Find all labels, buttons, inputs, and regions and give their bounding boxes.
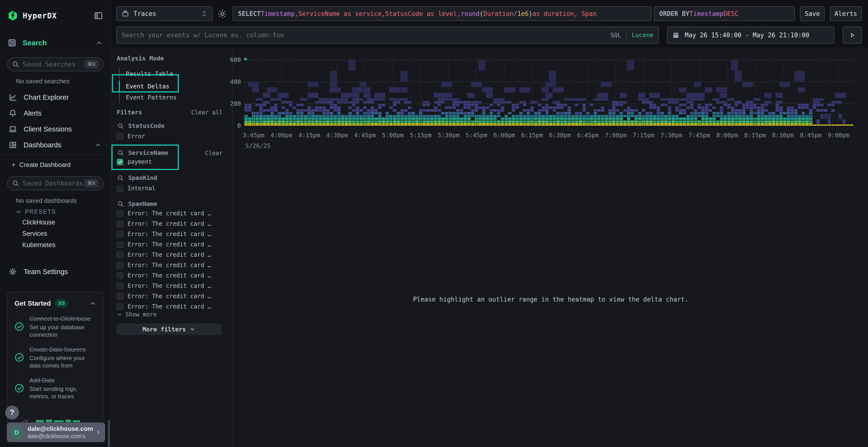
sidebar: HyperDX Search ⌘K No saved searches Char… — [0, 0, 111, 447]
filter-option-spanname[interactable]: Error: The credit card … — [117, 220, 211, 227]
checkbox-checked[interactable] — [117, 159, 123, 165]
checkbox[interactable] — [117, 133, 123, 140]
filter-group-statuscode[interactable]: StatusCode — [117, 122, 165, 129]
sidebar-item-label: Client Sessions — [24, 125, 72, 133]
sidebar-item-label: Search — [23, 39, 47, 47]
filter-option-internal[interactable]: Internal — [117, 185, 156, 192]
preset-services[interactable]: Services — [22, 230, 47, 238]
checkbox[interactable] — [117, 304, 123, 310]
filter-option-spanname[interactable]: Error: The credit card … — [117, 251, 211, 258]
saved-searches-field[interactable] — [23, 61, 84, 68]
x-tick-label: 7:30pm — [661, 132, 682, 139]
chevron-up-icon[interactable] — [89, 300, 96, 307]
dashboards-icon — [9, 141, 17, 149]
x-tick-label: 5:30pm — [438, 132, 459, 139]
play-icon — [849, 32, 856, 38]
laptop-icon — [9, 125, 17, 133]
date-range-picker[interactable]: May 26 15:40:00 - May 26 21:10:00 — [667, 27, 834, 44]
sidebar-item-alerts[interactable]: Alerts — [0, 105, 111, 121]
heatmap-canvas[interactable] — [244, 58, 857, 126]
hyperdx-logo-icon — [7, 10, 18, 21]
x-tick-label: 4:30pm — [326, 132, 348, 139]
x-tick-label: 3:45pm — [243, 132, 264, 139]
mode-event-deltas[interactable]: Event Deltas — [126, 83, 169, 90]
preset-kubernetes[interactable]: Kubernetes — [22, 241, 56, 249]
filter-option-spanname[interactable]: Error: The credit card … — [117, 303, 211, 310]
saved-dashboards-field[interactable] — [23, 180, 84, 187]
no-saved-dashboards-text: No saved dashboards — [16, 197, 77, 204]
source-select[interactable]: Traces — [116, 6, 213, 21]
checkbox[interactable] — [117, 272, 123, 279]
analysis-mode-label: Analysis Mode — [117, 55, 164, 62]
save-button[interactable]: Save — [800, 6, 825, 21]
event-search-input[interactable] — [122, 32, 610, 39]
filter-option-spanname[interactable]: Error: The credit card … — [117, 241, 211, 248]
sidebar-item-dashboards[interactable]: Dashboards — [0, 137, 111, 153]
checklist-item[interactable]: Create Data Sources Configure where your… — [14, 346, 96, 369]
clear-all-button[interactable]: Clear all — [191, 109, 222, 116]
sidebar-item-team-settings[interactable]: Team Settings — [0, 264, 111, 279]
mode-event-patterns[interactable]: Event Patterns — [126, 94, 177, 101]
sidebar-item-label: Alerts — [24, 109, 41, 117]
checkbox[interactable] — [117, 262, 123, 269]
checkbox[interactable] — [117, 220, 123, 227]
user-menu[interactable]: D dale@clickhouse.com dale@clickhouse.co… — [7, 422, 105, 442]
clear-servicename-button[interactable]: Clear — [205, 150, 222, 157]
collapse-sidebar-icon[interactable] — [94, 11, 103, 21]
y-tick-label: 200 — [224, 100, 241, 107]
search-icon — [12, 61, 19, 68]
checkbox[interactable] — [117, 293, 123, 300]
filter-option-spanname[interactable]: Error: The credit card … — [117, 282, 211, 289]
x-tick-label: 8:00pm — [716, 132, 738, 139]
filter-option-spanname[interactable]: Error: The credit card … — [117, 293, 211, 300]
checklist-item[interactable]: Connect to ClickHouse Set up your databa… — [14, 315, 96, 338]
filter-option-spanname[interactable]: Error: The credit card … — [117, 272, 211, 279]
filter-option-spanname[interactable]: Error: The credit card … — [117, 210, 211, 217]
create-dashboard-button[interactable]: + Create Dashboard — [11, 161, 71, 169]
checkbox[interactable] — [117, 252, 123, 258]
filter-option-payment[interactable]: payment — [117, 159, 152, 165]
sql-mode-toggle[interactable]: SQL — [610, 32, 621, 38]
query-settings-gear-icon[interactable] — [217, 9, 227, 19]
saved-dashboards-input[interactable]: ⌘K — [7, 176, 104, 190]
chevron-up-icon[interactable] — [94, 141, 102, 148]
preset-clickhouse[interactable]: ClickHouse — [22, 219, 55, 226]
chevron-up-icon[interactable] — [95, 39, 103, 46]
x-tick-label: 6:45pm — [577, 132, 599, 139]
help-button[interactable]: ? — [5, 406, 19, 419]
lucene-mode-toggle[interactable]: Lucene — [632, 32, 653, 38]
sidebar-scrollbar[interactable] — [108, 420, 110, 447]
checkbox[interactable] — [117, 185, 123, 192]
x-tick-label: 7:45pm — [688, 132, 710, 139]
saved-searches-input[interactable]: ⌘K — [7, 57, 104, 71]
alerts-button[interactable]: Alerts — [830, 6, 862, 21]
checklist-item[interactable]: Add Data Start sending logs, metrics, or… — [14, 376, 96, 400]
filter-group-spanname[interactable]: SpanName — [117, 200, 157, 207]
chevron-right-icon — [95, 429, 102, 436]
chevron-down-icon — [189, 326, 195, 332]
presets-toggle[interactable]: PRESETS — [16, 209, 56, 215]
sidebar-item-client-sessions[interactable]: Client Sessions — [0, 122, 111, 137]
sidebar-item-search[interactable]: Search — [0, 36, 111, 50]
checkbox[interactable] — [117, 210, 123, 217]
sidebar-item-chart-explorer[interactable]: Chart Explorer — [0, 90, 111, 105]
more-filters-button[interactable]: More filters — [117, 323, 221, 335]
show-more-link[interactable]: Show more — [117, 311, 157, 318]
mode-results-table[interactable]: Results Table — [126, 70, 173, 77]
order-by-editor[interactable]: ORDER BY Timestamp DESC — [654, 6, 795, 21]
filter-option-spanname[interactable]: Error: The credit card … — [117, 262, 211, 269]
event-search-bar[interactable]: SQL | Lucene — [116, 27, 659, 44]
live-tail-button[interactable] — [843, 27, 862, 44]
sql-token: , — [294, 10, 299, 18]
filter-option-error[interactable]: Error — [117, 133, 145, 140]
filter-group-spankind[interactable]: SpanKind — [117, 174, 157, 181]
checkbox[interactable] — [117, 231, 123, 238]
sql-select-editor[interactable]: SELECT Timestamp, ServiceName as service… — [233, 6, 651, 21]
empty-state-message: Please highlight an outlier range in the… — [413, 296, 689, 303]
filter-option-spanname[interactable]: Error: The credit card … — [117, 231, 211, 238]
checkbox[interactable] — [117, 283, 123, 289]
avatar: D — [10, 426, 23, 439]
filter-group-servicename[interactable]: ServiceName — [117, 149, 168, 156]
checkbox[interactable] — [117, 241, 123, 248]
checklist-item-title: Create Data Sources — [29, 346, 93, 353]
